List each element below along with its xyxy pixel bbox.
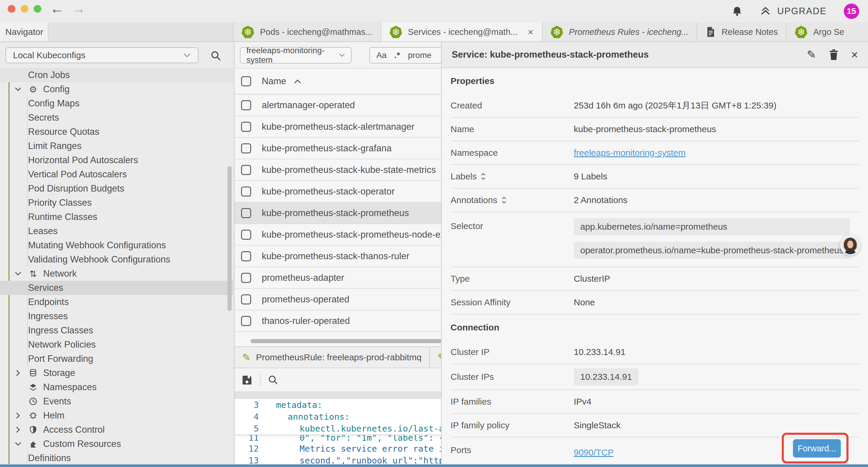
row-checkbox[interactable] — [241, 100, 251, 110]
selector-label: Selector — [451, 218, 574, 231]
sidebar-item-pod-disruption-budgets[interactable]: Pod Disruption Budgets — [0, 181, 234, 196]
column-header-name[interactable]: Name — [262, 76, 286, 87]
sidebar-item-port-forwarding[interactable]: Port Forwarding — [0, 352, 234, 366]
select-all-checkbox[interactable] — [241, 76, 251, 86]
sidebar-item-config-maps[interactable]: Config Maps — [0, 96, 234, 111]
sidebar-item-definitions[interactable]: Definitions — [0, 451, 234, 465]
close-panel-icon[interactable]: × — [851, 48, 858, 61]
runbook-url-link[interactable]: https://net — [423, 456, 441, 465]
sidebar-item-limit-ranges[interactable]: Limit Ranges — [0, 139, 234, 153]
sidebar-item-horizontal-pod-autoscalers[interactable]: Horizontal Pod Autoscalers — [0, 153, 234, 167]
editor-search-icon[interactable] — [268, 375, 279, 386]
row-checkbox[interactable] — [241, 208, 251, 218]
notification-count-badge[interactable]: 15 — [844, 4, 859, 19]
tab-prometheus-rules[interactable]: Prometheus Rules - icecheng... — [542, 23, 698, 41]
sticky-scroll-lines: 3metadata: 4annotations: 5kubectl.kubern… — [235, 399, 441, 435]
sidebar-item-leases[interactable]: Leases — [0, 224, 234, 238]
sidebar-item-network-policies[interactable]: Network Policies — [0, 338, 234, 352]
list-item[interactable]: kube-prometheus-stack-alertmanager — [235, 116, 441, 138]
row-checkbox[interactable] — [241, 165, 251, 175]
sidebar-item-ingress-classes[interactable]: Ingress Classes — [0, 323, 234, 338]
list-item[interactable]: prometheus-operated — [235, 289, 441, 310]
sidebar-item-storage[interactable]: Storage — [0, 366, 234, 380]
clock-icon — [27, 397, 39, 406]
tab-navigator[interactable]: Navigator — [0, 23, 49, 41]
chevron-down-icon — [13, 87, 23, 91]
sidebar-item-network[interactable]: ⇅ Network — [0, 267, 234, 281]
detail-row-created: Created 253d 16h 6m ago (2025年1月13日 GMT+… — [451, 94, 859, 118]
search-icon[interactable] — [210, 50, 222, 61]
row-checkbox[interactable] — [241, 230, 251, 240]
row-checkbox[interactable] — [241, 143, 251, 153]
sidebar-item-runtime-classes[interactable]: Runtime Classes — [0, 210, 234, 224]
sidebar-item-vertical-pod-autoscalers[interactable]: Vertical Pod Autoscalers — [0, 167, 234, 181]
port-link-9090[interactable]: 9090/TCP — [574, 443, 668, 458]
row-checkbox[interactable] — [241, 186, 251, 197]
macos-traffic-lights[interactable] — [8, 5, 41, 13]
delete-trash-icon[interactable] — [829, 49, 838, 60]
row-checkbox[interactable] — [241, 273, 251, 283]
list-item[interactable]: alertmanager-operated — [235, 95, 441, 116]
tab-release-notes[interactable]: Release Notes — [697, 23, 786, 41]
sidebar-item-cron-jobs[interactable]: Cron Jobs — [0, 68, 234, 82]
yaml-editor[interactable]: 3metadata: 4annotations: 5kubectl.kubern… — [235, 399, 441, 465]
sidebar-item-services[interactable]: Services — [0, 281, 234, 295]
sidebar-item-resource-quotas[interactable]: Resource Quotas — [0, 125, 234, 139]
horizontal-scrollbar[interactable] — [251, 339, 441, 343]
list-item[interactable]: prometheus-adapter — [235, 267, 441, 289]
expand-collapse-icon[interactable] — [501, 196, 507, 204]
list-item-selected[interactable]: kube-prometheus-stack-prometheus — [235, 202, 441, 224]
sidebar-item-priority-classes[interactable]: Priority Classes — [0, 196, 234, 210]
ip-families-label: IP families — [451, 397, 574, 407]
list-item[interactable]: thanos-ruler-operated — [235, 310, 441, 332]
namespace-link[interactable]: freeleaps-monitoring-system — [574, 148, 685, 158]
list-item[interactable]: kube-prometheus-stack-thanos-ruler — [235, 245, 441, 267]
row-checkbox[interactable] — [241, 316, 251, 326]
list-item[interactable]: kube-prometheus-stack-kube-state-metrics — [235, 159, 441, 181]
tab-pods[interactable]: Pods - icecheng@mathmas... — [234, 23, 381, 41]
sidebar-item-custom-resources[interactable]: Custom Resources — [0, 437, 234, 451]
sidebar-item-namespaces[interactable]: Namespaces — [0, 380, 234, 394]
maximize-window-button[interactable] — [34, 5, 41, 13]
close-tab-icon[interactable]: × — [528, 26, 533, 38]
tab-argo[interactable]: Argo Se — [787, 23, 852, 41]
sidebar-item-endpoints[interactable]: Endpoints — [0, 295, 234, 309]
editor-tab-partial[interactable]: ✎ Cl — [430, 347, 441, 368]
save-icon[interactable] — [241, 374, 253, 386]
row-checkbox[interactable] — [241, 122, 251, 132]
user-avatar[interactable] — [840, 235, 860, 255]
tab-services[interactable]: Services - icecheng@math... × — [381, 23, 542, 41]
annotations-value[interactable]: 2 Annotations — [574, 195, 627, 205]
namespace-filter-select[interactable]: freeleaps-monitoring-system — [240, 47, 351, 63]
sidebar-item-ingresses[interactable]: Ingresses — [0, 309, 234, 323]
forward-icon[interactable]: → — [72, 1, 86, 17]
sidebar-item-mutating-webhook-configurations[interactable]: Mutating Webhook Configurations — [0, 238, 234, 253]
upgrade-button[interactable]: UPGRADE — [760, 6, 827, 17]
close-window-button[interactable] — [8, 5, 16, 13]
minimize-window-button[interactable] — [21, 5, 28, 13]
row-checkbox[interactable] — [241, 294, 251, 304]
back-icon[interactable]: ← — [50, 1, 64, 17]
list-search-input[interactable]: Aa .* prome — [369, 47, 441, 63]
kubeconfig-select[interactable]: Local Kubeconfigs — [5, 47, 198, 63]
notifications-bell-icon[interactable] — [732, 6, 742, 16]
match-case-toggle[interactable]: Aa — [376, 51, 386, 60]
sidebar-item-access-control[interactable]: Access Control — [0, 423, 234, 437]
chevron-right-icon — [13, 427, 23, 433]
list-item[interactable]: kube-prometheus-stack-grafana — [235, 138, 441, 159]
editor-tab-prometheusrule[interactable]: ✎ PrometheusRule: freeleaps-prod-rabbitm… — [235, 347, 430, 368]
sidebar-item-events[interactable]: Events — [0, 394, 234, 408]
sidebar-item-config[interactable]: ⚙ Config — [0, 82, 234, 96]
sidebar-scrollbar[interactable] — [227, 166, 231, 311]
sidebar-item-validating-webhook-configurations[interactable]: Validating Webhook Configurations — [0, 253, 234, 267]
expand-collapse-icon[interactable] — [481, 173, 486, 180]
list-item[interactable]: kube-prometheus-stack-operator — [235, 181, 441, 202]
sidebar-item-helm[interactable]: Helm — [0, 408, 234, 423]
edit-icon[interactable]: ✎ — [807, 48, 816, 61]
regex-toggle[interactable]: .* — [394, 51, 400, 60]
row-checkbox[interactable] — [241, 251, 251, 261]
sidebar-item-secrets[interactable]: Secrets — [0, 111, 234, 125]
type-value: ClusterIP — [574, 274, 610, 284]
labels-value[interactable]: 9 Labels — [574, 171, 607, 181]
list-item[interactable]: kube-prometheus-stack-prometheus-node-ex… — [235, 224, 441, 245]
